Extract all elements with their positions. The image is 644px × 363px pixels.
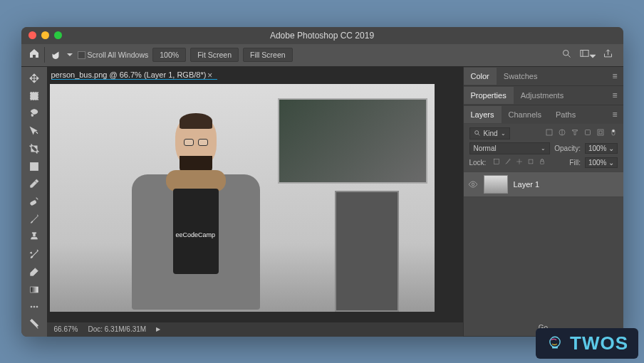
minimize-window-button[interactable] <box>41 31 49 39</box>
svg-rect-1 <box>580 50 588 56</box>
zoom-100-button[interactable]: 100% <box>152 48 186 62</box>
filter-toggle-icon[interactable] <box>609 128 618 138</box>
right-panels: Color Swatches ≡ Properties Adjustments … <box>463 67 623 337</box>
hand-tool-indicator[interactable] <box>49 48 62 61</box>
marquee-tool[interactable] <box>24 88 44 103</box>
edit-toolbar-icon[interactable] <box>24 317 44 332</box>
filter-adjustment-icon[interactable] <box>558 128 566 138</box>
properties-panel-group: Properties Adjustments ≡ <box>464 86 623 105</box>
blend-mode-dropdown[interactable]: Normal ⌄ <box>469 142 551 154</box>
tab-layers[interactable]: Layers <box>464 106 502 123</box>
scroll-all-windows-option[interactable]: Scroll All Windows <box>78 51 149 59</box>
svg-rect-17 <box>494 159 499 164</box>
share-icon[interactable] <box>603 48 613 62</box>
lock-transparency-icon[interactable] <box>493 158 500 167</box>
home-button[interactable] <box>28 48 40 62</box>
quick-selection-tool[interactable] <box>24 124 44 139</box>
svg-rect-13 <box>598 130 603 135</box>
svg-rect-19 <box>541 162 544 164</box>
maximize-window-button[interactable] <box>54 31 62 39</box>
tab-swatches[interactable]: Swatches <box>497 68 545 85</box>
canvas[interactable]: eeCodeCamp <box>50 84 463 322</box>
title-bar: Adobe Photoshop CC 2019 <box>21 27 623 44</box>
tab-properties[interactable]: Properties <box>464 87 514 104</box>
move-tool[interactable] <box>24 71 44 86</box>
crop-tool[interactable] <box>24 141 44 156</box>
options-bar: Scroll All Windows 100% Fit Screen Fill … <box>21 44 623 67</box>
close-tab-icon[interactable]: × <box>207 70 212 80</box>
clone-stamp-tool[interactable] <box>24 229 44 244</box>
svg-point-0 <box>563 50 568 56</box>
bus-door <box>335 191 399 312</box>
close-window-button[interactable] <box>28 31 36 39</box>
watermark: TWOS <box>536 328 638 359</box>
more-tools-icon[interactable] <box>24 300 44 315</box>
zoom-level[interactable]: 66.67% <box>54 325 78 333</box>
fill-screen-button[interactable]: Fill Screen <box>243 48 293 62</box>
svg-point-16 <box>612 130 614 132</box>
layers-panel-menu-icon[interactable]: ≡ <box>612 110 620 120</box>
fit-screen-button[interactable]: Fit Screen <box>190 48 239 62</box>
tab-color[interactable]: Color <box>464 68 497 85</box>
layer-filter-label: Kind <box>484 130 498 137</box>
shirt-text: eeCodeCamp <box>176 231 216 238</box>
doc-info[interactable]: Doc: 6.31M/6.31M <box>88 325 146 333</box>
document-image: eeCodeCamp <box>50 84 435 312</box>
filter-pixel-icon[interactable] <box>545 128 554 138</box>
status-bar: 66.67% Doc: 6.31M/6.31M ▶ <box>47 322 463 337</box>
filter-smart-icon[interactable] <box>596 128 605 138</box>
layer-name[interactable]: Layer 1 <box>514 180 540 189</box>
status-chevron-icon[interactable]: ▶ <box>156 326 160 332</box>
svg-rect-10 <box>546 130 552 135</box>
healing-brush-tool[interactable] <box>24 194 44 209</box>
layer-filter-dropdown[interactable]: Kind ⌄ <box>469 127 510 140</box>
app-title: Adobe Photoshop CC 2019 <box>270 31 374 41</box>
svg-point-6 <box>31 306 32 307</box>
scroll-all-windows-label: Scroll All Windows <box>88 51 149 59</box>
lock-artboard-icon[interactable] <box>527 158 534 167</box>
lock-pixels-icon[interactable] <box>504 158 511 167</box>
document-tab-label: person_bus.png @ 66.7% (Layer 1, RGB/8*) <box>51 70 207 79</box>
svg-rect-18 <box>529 159 533 164</box>
person: eeCodeCamp <box>128 116 264 312</box>
workspace-switcher-icon[interactable] <box>579 48 596 62</box>
history-brush-tool[interactable] <box>24 247 44 262</box>
layer-visibility-icon[interactable] <box>468 179 478 189</box>
svg-rect-4 <box>30 200 36 205</box>
lock-label: Lock: <box>469 159 487 167</box>
svg-point-7 <box>33 306 35 307</box>
brush-tool[interactable] <box>24 211 44 226</box>
window-controls <box>28 31 62 39</box>
properties-panel-menu-icon[interactable]: ≡ <box>612 90 620 100</box>
lock-all-icon[interactable] <box>539 158 546 167</box>
tab-adjustments[interactable]: Adjustments <box>514 87 571 104</box>
frame-tool[interactable] <box>24 159 44 174</box>
tool-preset-chevron[interactable] <box>66 48 73 61</box>
lasso-tool[interactable] <box>24 106 44 121</box>
scroll-all-windows-checkbox[interactable] <box>78 51 85 59</box>
gradient-tool[interactable] <box>24 282 44 297</box>
opacity-input[interactable]: 100% ⌄ <box>585 143 618 154</box>
tab-paths[interactable]: Paths <box>549 106 583 123</box>
color-panel-menu-icon[interactable]: ≡ <box>612 71 620 81</box>
bus-window <box>278 98 427 184</box>
filter-shape-icon[interactable] <box>583 128 592 138</box>
document-tab[interactable]: person_bus.png @ 66.7% (Layer 1, RGB/8*) <box>51 70 218 80</box>
opacity-value: 100% <box>588 144 607 152</box>
fill-label: Fill: <box>569 159 581 167</box>
svg-point-20 <box>472 183 474 186</box>
fill-input[interactable]: 100% ⌄ <box>585 157 618 168</box>
toolbox <box>21 67 47 337</box>
layer-thumbnail[interactable] <box>484 175 508 194</box>
layer-row[interactable]: Layer 1 <box>464 172 623 197</box>
svg-rect-2 <box>30 92 38 100</box>
document-tab-bar: person_bus.png @ 66.7% (Layer 1, RGB/8*)… <box>47 67 463 84</box>
eyedropper-tool[interactable] <box>24 177 44 191</box>
filter-type-icon[interactable] <box>571 128 579 138</box>
search-icon[interactable] <box>561 48 572 62</box>
blend-mode-value: Normal <box>474 144 497 152</box>
lock-position-icon[interactable] <box>516 158 523 167</box>
eraser-tool[interactable] <box>24 265 44 280</box>
fill-value: 100% <box>588 159 607 167</box>
tab-channels[interactable]: Channels <box>502 106 549 123</box>
